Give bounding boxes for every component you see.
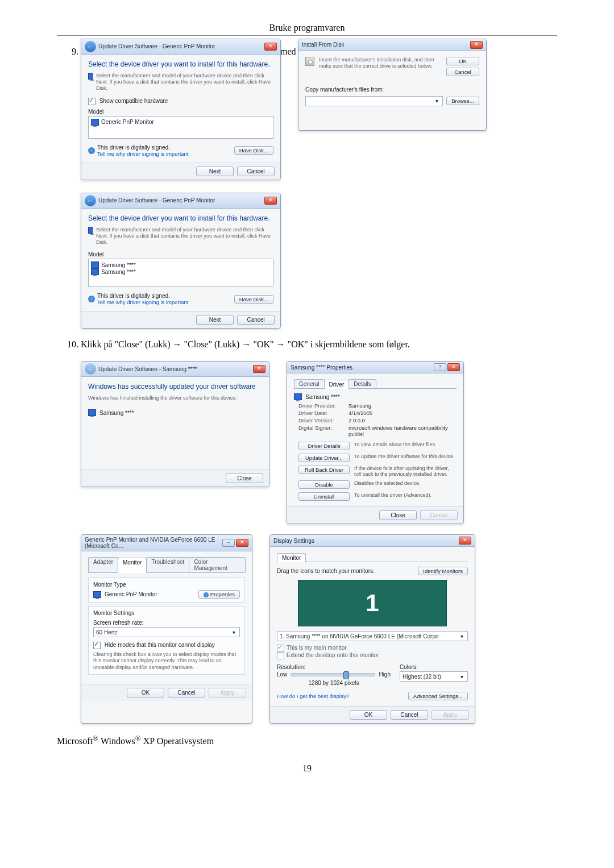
show-compatible-checkbox[interactable] xyxy=(88,98,96,105)
chevron-down-icon[interactable]: ▾ xyxy=(458,633,465,639)
browse-button[interactable]: Browse... xyxy=(446,97,479,105)
cancel-button[interactable]: Cancel xyxy=(237,167,275,176)
close-icon[interactable]: ✕ xyxy=(447,363,460,371)
dialog-help-text: Select the manufacturer and model of you… xyxy=(96,73,273,92)
monitor-preview[interactable]: 1 xyxy=(298,580,447,626)
driver-info-grid: Driver Provider:Samsung Driver Date:4/14… xyxy=(298,402,457,437)
close-icon[interactable]: ✕ xyxy=(253,365,265,373)
slider-thumb[interactable] xyxy=(343,671,349,679)
monitor-properties-dialog: Generic PnP Monitor and NVIDIA GeForce 6… xyxy=(81,534,252,724)
ok-button[interactable]: OK xyxy=(127,688,164,697)
model-list[interactable]: Samsung **** Samsung **** xyxy=(88,259,273,287)
colors-label: Colors: xyxy=(400,664,468,670)
back-icon: ← xyxy=(85,363,96,375)
next-button[interactable]: Next xyxy=(196,315,234,325)
tab-monitor[interactable]: Monitor xyxy=(277,553,306,562)
ok-button[interactable]: OK xyxy=(446,57,479,65)
chevron-down-icon[interactable]: ▾ xyxy=(458,674,465,680)
rollback-button[interactable]: Roll Back Driver xyxy=(298,466,350,474)
signing-link[interactable]: Tell me why driver signing is important xyxy=(97,151,189,157)
monitor-icon xyxy=(88,409,96,416)
success-heading: Windows has successfully updated your dr… xyxy=(88,383,262,391)
model-list[interactable]: Generic PnP Monitor xyxy=(88,116,273,139)
back-icon[interactable]: ← xyxy=(85,41,96,52)
desc: To view details about the driver files. xyxy=(354,442,457,447)
colors-select[interactable]: Highest (32 bit) ▾ xyxy=(400,671,468,682)
monitor-select[interactable]: 1. Samsung **** on NVIDIA GeForce 6600 L… xyxy=(277,631,468,641)
help-icon[interactable]: ? xyxy=(434,363,446,371)
extend-desktop-label: Extend the desktop onto this monitor xyxy=(287,652,379,658)
model-name: Generic PnP Monitor xyxy=(101,119,154,125)
monitor-icon xyxy=(91,261,99,268)
tab-driver[interactable]: Driver xyxy=(324,380,350,389)
dialog-title: Samsung **** Properties xyxy=(291,364,352,371)
cancel-button[interactable]: Cancel xyxy=(446,68,479,76)
update-driver-dialog-2: ← Update Driver Software - Generic PnP M… xyxy=(81,193,281,329)
cancel-button[interactable]: Cancel xyxy=(168,688,205,697)
value: 2.0.0.0 xyxy=(349,417,457,423)
update-driver-button[interactable]: Update Driver... xyxy=(298,454,350,462)
back-icon[interactable]: ← xyxy=(85,195,96,206)
signing-link[interactable]: Tell me why driver signing is important xyxy=(97,299,189,305)
hide-modes-label: Hide modes that this monitor cannot disp… xyxy=(105,642,215,648)
tab-details[interactable]: Details xyxy=(349,379,376,388)
close-icon[interactable]: ✕ xyxy=(264,197,277,205)
monitor-type-label: Monitor Type xyxy=(93,582,240,588)
refresh-rate-select[interactable]: 60 Hertz ▾ xyxy=(93,627,240,637)
properties-button[interactable]: Properties xyxy=(198,590,240,599)
monitor-number: 1 xyxy=(366,589,379,617)
monitor-icon xyxy=(91,119,99,126)
close-icon[interactable]: ✕ xyxy=(264,43,277,51)
tab-general[interactable]: General xyxy=(294,379,325,388)
list-item[interactable]: Generic PnP Monitor xyxy=(91,119,271,126)
close-button[interactable]: Close xyxy=(379,510,417,520)
tabs: Monitor xyxy=(277,553,468,562)
tab-color[interactable]: Color Management xyxy=(189,557,246,572)
display-settings-dialog: Display Settings ✕ Monitor Drag the icon… xyxy=(269,534,475,724)
model-column-header: Model xyxy=(88,251,273,258)
ok-button[interactable]: OK xyxy=(350,710,387,720)
tab-adapter[interactable]: Adapter xyxy=(88,557,118,572)
os-word: Windows xyxy=(101,736,135,746)
desc: To update the driver software for this d… xyxy=(354,454,457,459)
page-header: Bruke programvaren xyxy=(57,23,557,36)
driver-details-button[interactable]: Driver Details xyxy=(298,442,350,450)
cancel-button[interactable]: Cancel xyxy=(391,710,428,720)
identify-monitors-button[interactable]: Identify Monitors xyxy=(418,567,468,575)
minimize-icon[interactable]: − xyxy=(222,539,235,547)
tab-monitor[interactable]: Monitor xyxy=(118,558,147,573)
list-item[interactable]: Samsung **** xyxy=(91,268,271,275)
tabs: Adapter Monitor Troubleshoot Color Manag… xyxy=(88,557,245,573)
cancel-button[interactable]: Cancel xyxy=(237,315,275,325)
monitor-icon xyxy=(88,227,93,234)
dialog-help-text: Select the manufacturer and model of you… xyxy=(96,227,273,246)
resolution-slider[interactable] xyxy=(291,673,375,676)
list-item[interactable]: Samsung **** xyxy=(91,261,271,268)
advanced-settings-button[interactable]: Advanced Settings... xyxy=(408,692,468,700)
registered-icon: ® xyxy=(135,734,141,742)
close-icon[interactable]: ✕ xyxy=(236,539,248,547)
next-button[interactable]: Next xyxy=(196,167,234,176)
monitor-icon xyxy=(93,591,101,598)
close-button[interactable]: Close xyxy=(226,474,263,483)
disable-button[interactable]: Disable xyxy=(298,480,350,489)
copy-from-label: Copy manufacturer's files from: xyxy=(305,86,479,93)
signed-label: This driver is digitally signed. xyxy=(97,144,189,151)
model-column-header: Model xyxy=(88,109,273,115)
have-disk-button[interactable]: Have Disk... xyxy=(234,295,273,304)
tab-troubleshoot[interactable]: Troubleshoot xyxy=(146,557,189,572)
cancel-button: Cancel xyxy=(420,510,458,520)
uninstall-button[interactable]: Uninstall xyxy=(298,492,350,501)
have-disk-button[interactable]: Have Disk... xyxy=(234,146,273,155)
value: Samsung xyxy=(349,402,457,409)
desc: If the device fails after updating the d… xyxy=(354,466,457,477)
close-icon[interactable]: ✕ xyxy=(459,537,471,545)
step-10-body: Klikk på "Close" (Lukk) → "Close" (Lukk)… xyxy=(81,339,410,349)
best-display-link[interactable]: How do I get the best display? xyxy=(277,693,349,699)
hide-modes-checkbox[interactable] xyxy=(93,642,101,649)
chevron-down-icon[interactable]: ▾ xyxy=(433,98,440,104)
copy-from-field[interactable]: ▾ xyxy=(305,96,443,106)
close-icon[interactable]: ✕ xyxy=(470,41,483,49)
main-monitor-label: This is my main monitor xyxy=(287,645,347,651)
chevron-down-icon[interactable]: ▾ xyxy=(230,629,237,636)
